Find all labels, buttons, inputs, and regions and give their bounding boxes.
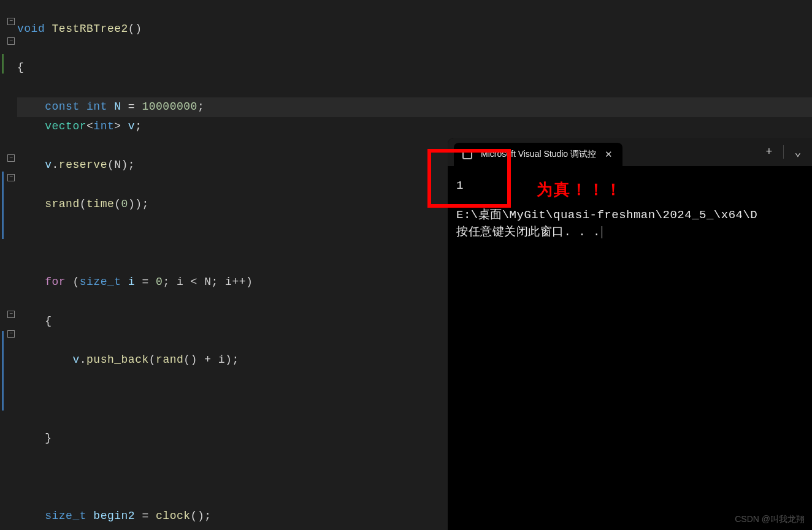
new-tab-button[interactable]: + [755,138,783,166]
annotation-text: 为真！！！ [537,179,622,200]
output-line-prompt: 按任意键关闭此窗口. . . [456,224,803,241]
fold-icon[interactable]: − [7,330,15,338]
debug-console-window[interactable]: Microsoft Visual Studio 调试控 ✕ + ⌄ 1 E:\桌… [448,138,812,530]
text-cursor [602,226,602,238]
terminal-icon [462,150,472,159]
fold-icon[interactable]: − [7,174,15,181]
tab-title: Microsoft Visual Studio 调试控 [481,149,596,160]
console-tabbar: Microsoft Visual Studio 调试控 ✕ + ⌄ [448,138,812,166]
code-line: void TestRBTree2() [17,20,812,39]
code-line: vector<int> v; [17,117,812,137]
fold-icon[interactable]: − [7,311,15,318]
watermark: CSDN @叫我龙翔 [735,514,805,525]
code-line: { [17,58,812,78]
output-line-result: 1 [456,177,803,194]
code-line-highlight: const int N = 10000000; [17,97,812,117]
fold-icon[interactable]: − [7,154,15,162]
gutter: − − − − − − [0,0,17,530]
console-tab-active[interactable]: Microsoft Visual Studio 调试控 ✕ [454,143,622,166]
tab-dropdown-button[interactable]: ⌄ [784,138,812,166]
output-line-path: E:\桌面\MyGit\quasi-freshman\2024_5_\x64\D [456,206,803,224]
close-icon[interactable]: ✕ [605,149,613,160]
fold-icon[interactable]: − [7,37,15,45]
console-output[interactable]: 1 E:\桌面\MyGit\quasi-freshman\2024_5_\x64… [448,166,812,246]
fold-icon[interactable]: − [7,18,15,25]
